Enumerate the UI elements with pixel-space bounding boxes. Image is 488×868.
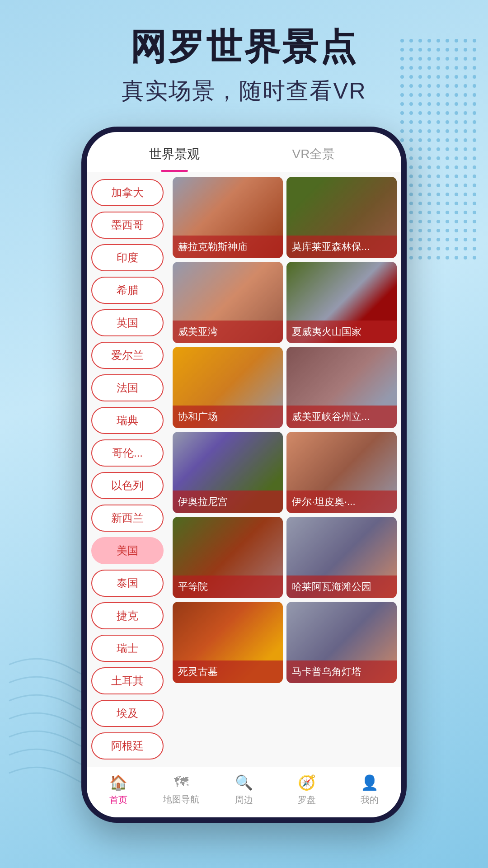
sidebar-item-newzealand[interactable]: 新西兰 <box>91 505 164 532</box>
sidebar-item-uk[interactable]: 英国 <box>91 309 164 336</box>
sidebar-item-sweden[interactable]: 瑞典 <box>91 407 164 434</box>
sidebar-item-ireland[interactable]: 爱尔兰 <box>91 342 164 369</box>
sidebar-item-mexico[interactable]: 墨西哥 <box>91 212 164 239</box>
grid-item-label-ilpibao: 伊尔·坦皮奥·... <box>286 491 397 513</box>
grid-item-hercules[interactable]: 赫拉克勒斯神庙 <box>173 177 283 258</box>
power-button <box>401 313 407 349</box>
grid-item-label-mokuleia: 莫库莱亚森林保... <box>286 236 397 258</box>
bottom-navigation: 🏠首页🗺地图导航🔍周边🧭罗盘👤我的 <box>87 767 401 817</box>
grid-item-label-concordia: 协和广场 <box>173 406 283 428</box>
sidebar-item-greece[interactable]: 希腊 <box>91 277 164 304</box>
nav-label-nearby: 周边 <box>235 794 253 806</box>
map-icon: 🗺 <box>174 774 188 791</box>
nav-item-profile[interactable]: 👤我的 <box>338 774 401 806</box>
sidebar-item-colombia[interactable]: 哥伦... <box>91 439 164 467</box>
grid-item-label-waimea_bay: 威美亚湾 <box>173 321 283 343</box>
nearby-icon: 🔍 <box>235 774 253 791</box>
grid-item-waimea_bay[interactable]: 威美亚湾 <box>173 262 283 343</box>
nav-item-home[interactable]: 🏠首页 <box>87 774 150 806</box>
grid-item-byodoin[interactable]: 平等院 <box>173 517 283 598</box>
sidebar-item-israel[interactable]: 以色列 <box>91 472 164 499</box>
sidebar-item-usa[interactable]: 美国 <box>91 537 164 564</box>
grid-item-label-byodoin: 平等院 <box>173 576 283 598</box>
volume-down-button <box>81 363 87 408</box>
grid-item-ilpibao[interactable]: 伊尔·坦皮奥·... <box>286 432 397 513</box>
sidebar-item-egypt[interactable]: 埃及 <box>91 700 164 727</box>
sidebar-item-czech[interactable]: 捷克 <box>91 602 164 629</box>
sidebar-item-switzerland[interactable]: 瑞士 <box>91 635 164 662</box>
nav-item-map[interactable]: 🗺地图导航 <box>150 774 212 806</box>
grid-item-concordia[interactable]: 协和广场 <box>173 347 283 428</box>
grid-item-waimea_canyon[interactable]: 威美亚峡谷州立... <box>286 347 397 428</box>
volume-up-button <box>81 304 87 349</box>
grid-item-label-tomb: 死灵古墓 <box>173 660 283 683</box>
mute-button <box>81 259 87 286</box>
tabs-bar: 世界景观 VR全景 <box>87 132 401 172</box>
sidebar-item-india[interactable]: 印度 <box>91 244 164 271</box>
nav-label-profile: 我的 <box>361 794 379 806</box>
grid-item-hawaii_volc[interactable]: 夏威夷火山国家 <box>286 262 397 343</box>
sidebar-item-thailand[interactable]: 泰国 <box>91 570 164 597</box>
grid-item-tomb[interactable]: 死灵古墓 <box>173 602 283 683</box>
country-sidebar[interactable]: 加拿大墨西哥印度希腊英国爱尔兰法国瑞典哥伦...以色列新西兰美国泰国捷克瑞士土耳… <box>87 172 168 767</box>
grid-item-label-waimea_canyon: 威美亚峡谷州立... <box>286 406 397 428</box>
grid-item-mokuleia[interactable]: 莫库莱亚森林保... <box>286 177 397 258</box>
compass-icon: 🧭 <box>298 774 316 791</box>
grid-item-macapuu[interactable]: 马卡普乌角灯塔 <box>286 602 397 683</box>
sidebar-item-canada[interactable]: 加拿大 <box>91 179 164 206</box>
nav-label-home: 首页 <box>109 794 127 806</box>
phone-screen: 世界景观 VR全景 加拿大墨西哥印度希腊英国爱尔兰法国瑞典哥伦...以色列新西兰… <box>87 132 401 817</box>
scenery-grid: 赫拉克勒斯神庙莫库莱亚森林保...威美亚湾夏威夷火山国家协和广场威美亚峡谷州立.… <box>168 172 401 767</box>
tab-world-scenery[interactable]: 世界景观 <box>105 146 244 172</box>
content-area: 加拿大墨西哥印度希腊英国爱尔兰法国瑞典哥伦...以色列新西兰美国泰国捷克瑞士土耳… <box>87 172 401 767</box>
grid-item-haleakala[interactable]: 哈莱阿瓦海滩公园 <box>286 517 397 598</box>
grid-item-iolani[interactable]: 伊奥拉尼宫 <box>173 432 283 513</box>
grid-item-label-haleakala: 哈莱阿瓦海滩公园 <box>286 576 397 598</box>
nav-item-compass[interactable]: 🧭罗盘 <box>276 774 338 806</box>
tab-vr-panorama[interactable]: VR全景 <box>244 146 383 172</box>
sidebar-item-france[interactable]: 法国 <box>91 374 164 401</box>
sidebar-item-turkey[interactable]: 土耳其 <box>91 667 164 694</box>
nav-label-compass: 罗盘 <box>298 794 316 806</box>
grid-item-label-iolani: 伊奥拉尼宫 <box>173 491 283 513</box>
phone-mockup: 世界景观 VR全景 加拿大墨西哥印度希腊英国爱尔兰法国瑞典哥伦...以色列新西兰… <box>81 127 407 823</box>
sidebar-item-argentina[interactable]: 阿根廷 <box>91 732 164 760</box>
profile-icon: 👤 <box>361 774 379 791</box>
grid-item-label-hawaii_volc: 夏威夷火山国家 <box>286 321 397 343</box>
grid-item-label-hercules: 赫拉克勒斯神庙 <box>173 236 283 258</box>
grid-item-label-macapuu: 马卡普乌角灯塔 <box>286 660 397 683</box>
svg-rect-1 <box>398 36 479 262</box>
home-icon: 🏠 <box>109 774 127 791</box>
nav-item-nearby[interactable]: 🔍周边 <box>212 774 275 806</box>
nav-label-map: 地图导航 <box>163 793 199 806</box>
